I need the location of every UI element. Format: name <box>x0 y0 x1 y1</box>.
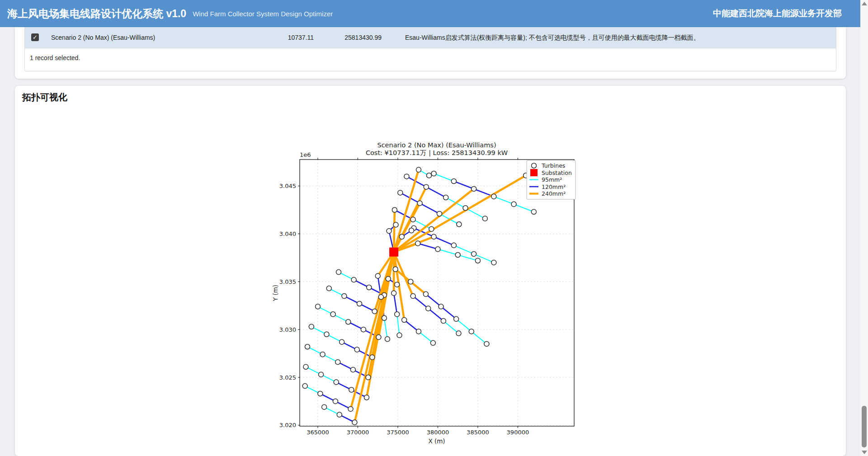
scenario-name-cell: Scenario 2 (No Max) (Esau-Williams) <box>51 27 155 48</box>
app-header: 海上风电场集电线路设计优化系统 v1.0 Wind Farm Collector… <box>0 0 868 27</box>
section-heading: 拓扑可视化 <box>22 91 67 103</box>
scrollbar[interactable] <box>860 0 868 456</box>
scenario-description-cell: Esau-Williams启发式算法(权衡距离与容量); 不包含可选电缆型号，且… <box>405 27 700 48</box>
app-title: 海上风电场集电线路设计优化系统 v1.0 <box>7 7 186 21</box>
app-subtitle: Wind Farm Collector System Design Optimi… <box>193 10 333 18</box>
scenario-table-card: ✓ Scenario 2 (No Max) (Esau-Williams) 10… <box>15 27 846 79</box>
table-row[interactable]: ✓ Scenario 2 (No Max) (Esau-Williams) 10… <box>25 27 836 48</box>
page: 海上风电场集电线路设计优化系统 v1.0 Wind Farm Collector… <box>0 0 868 456</box>
row-checkbox[interactable]: ✓ <box>31 33 39 41</box>
scroll-up-icon[interactable] <box>862 2 867 5</box>
app-org: 中能建西北院海上能源业务开发部 <box>713 8 842 19</box>
topology-card: 拓扑可视化 <box>15 86 846 456</box>
scroll-down-icon[interactable] <box>862 451 867 454</box>
selection-status-text: 1 record selected. <box>30 54 80 61</box>
scenario-loss-cell: 25813430.99 <box>291 27 382 48</box>
scrollbar-thumb[interactable] <box>862 406 867 447</box>
scenario-table: ✓ Scenario 2 (No Max) (Esau-Williams) 10… <box>24 27 836 71</box>
